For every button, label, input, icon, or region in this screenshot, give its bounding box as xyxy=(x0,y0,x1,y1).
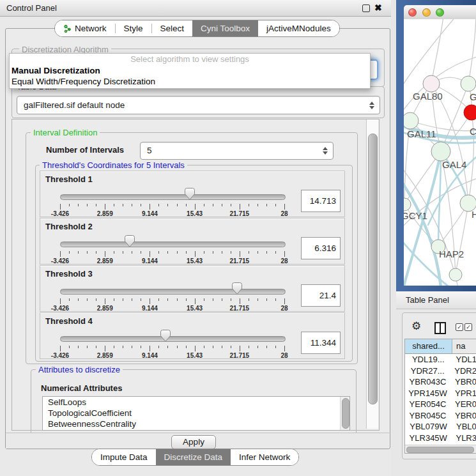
checked-checkbox-icon[interactable]: ✓ xyxy=(464,323,472,331)
list-scrollbar-thumb[interactable] xyxy=(342,398,349,429)
network-node-gal80[interactable] xyxy=(423,75,440,92)
apply-button[interactable]: Apply xyxy=(171,435,216,449)
cell-name[interactable]: YPR1 xyxy=(451,388,476,399)
table-panel-header: Table Panel xyxy=(396,291,476,309)
combo-stepper-icon xyxy=(369,102,374,109)
cell-shared-name[interactable]: YDL19... xyxy=(405,354,452,365)
dropdown-item-equal-width-frequency-discretization[interactable]: Equal Width/Frequency Discretization xyxy=(10,76,370,87)
dropdown-placeholder-item[interactable]: Select algorithm to view settings xyxy=(10,54,370,65)
slider-track[interactable] xyxy=(60,289,286,295)
table-row[interactable]: YLR345WYLR3 xyxy=(405,433,476,444)
table-row[interactable]: YDL19...YDL1 xyxy=(405,354,476,365)
table-row[interactable]: YPR145WYPR1 xyxy=(405,388,476,399)
attribute-list-item[interactable]: SelfLoops xyxy=(43,397,349,408)
table-row[interactable]: YDR27...YDR2 xyxy=(405,365,476,377)
tab-cyni-toolbox[interactable]: Cyni Toolbox xyxy=(192,20,258,36)
panel-scrollbar-thumb[interactable] xyxy=(368,134,378,404)
list-scrollbar[interactable] xyxy=(340,397,349,430)
bottom-tab-impute-data[interactable]: Impute Data xyxy=(92,449,156,465)
slider-track[interactable] xyxy=(60,194,286,200)
attribute-list-item[interactable]: TopologicalCoefficient xyxy=(43,408,349,418)
network-node-gcy1[interactable] xyxy=(404,198,411,211)
network-window-titlebar xyxy=(404,5,476,20)
slider-tick-labels: -3.4262.8599.14415.4321.71528 xyxy=(60,257,284,265)
tab-label: Cyni Toolbox xyxy=(201,20,250,36)
table-row[interactable]: YER054CYER0 xyxy=(405,399,476,410)
cell-name[interactable]: YBR0 xyxy=(451,410,476,422)
slider-thumb[interactable] xyxy=(185,188,195,200)
panel-scrollbar[interactable] xyxy=(366,119,378,429)
threshold-value-field[interactable]: 11.344 xyxy=(301,332,341,354)
slider-ticks xyxy=(60,204,284,210)
checked-checkbox-icon[interactable]: ✓ xyxy=(456,323,463,331)
network-node-c[interactable] xyxy=(464,105,476,120)
tab-style[interactable]: Style xyxy=(116,20,151,36)
network-canvas[interactable]: GAL80G.CGAL11GAL4GCY1HHAP2 xyxy=(404,19,476,286)
cell-name[interactable]: YBL0 xyxy=(452,421,476,433)
attribute-list-item[interactable]: BetweennessCentrality xyxy=(43,418,349,429)
float-window-icon[interactable] xyxy=(362,4,370,12)
cell-shared-name[interactable]: YPR145W xyxy=(405,388,451,399)
cell-name[interactable]: YDL1 xyxy=(452,354,476,365)
tab-label: Impute Data xyxy=(100,449,148,465)
cell-shared-name[interactable]: YBR045C xyxy=(405,410,451,422)
network-node-g[interactable] xyxy=(461,76,476,91)
bottom-tab-discretize-data[interactable]: Discretize Data xyxy=(156,449,231,465)
number-of-intervals-combobox[interactable]: 5 xyxy=(140,142,334,160)
cell-shared-name[interactable]: YBR043C xyxy=(405,376,451,388)
node-label: GCY1 xyxy=(404,210,427,221)
cell-shared-name[interactable]: YLR345W xyxy=(405,433,452,444)
slider-thumb[interactable] xyxy=(125,235,135,247)
tab-network[interactable]: Network xyxy=(55,20,115,36)
threshold-value-field[interactable]: 14.713 xyxy=(301,190,341,212)
interval-definition-title: Interval Definition xyxy=(31,128,100,137)
threshold-value-field[interactable]: 6.316 xyxy=(301,237,341,259)
algorithm-dropdown-popup: Select algorithm to view settings Manual… xyxy=(9,53,371,89)
cell-shared-name[interactable]: YER054C xyxy=(405,399,451,410)
tab-jactivemnodules[interactable]: jActiveMNodules xyxy=(258,20,339,36)
slider-thumb[interactable] xyxy=(232,282,242,295)
tab-select[interactable]: Select xyxy=(152,20,193,36)
network-node-gal4[interactable] xyxy=(431,142,450,161)
dropdown-item-manual-discretization[interactable]: Manual Discretization xyxy=(10,65,370,76)
screenshot-stage: Control Panel ✖ NetworkStyleSelectCyni T… xyxy=(0,0,476,476)
column-header-name[interactable]: na xyxy=(452,339,476,353)
node-label: GAL11 xyxy=(407,128,436,139)
table-data-combobox[interactable]: galFiltered.sif default node xyxy=(17,96,380,114)
tab-label: Network xyxy=(75,20,107,36)
numerical-attributes-list[interactable]: SelfLoopsTopologicalCoefficientBetweenne… xyxy=(42,396,350,431)
threshold-value-field[interactable]: 21.4 xyxy=(301,284,341,307)
table-row[interactable]: YBR043CYBR0 xyxy=(405,376,476,388)
cell-shared-name[interactable]: YDR27... xyxy=(405,365,450,377)
table-horizontal-scrollbar[interactable] xyxy=(405,445,476,453)
mac-zoom-button[interactable] xyxy=(436,8,444,17)
slider-ticks xyxy=(60,251,284,257)
cell-name[interactable]: YBR0 xyxy=(451,376,476,388)
split-panel-icon[interactable] xyxy=(434,322,446,334)
node-attribute-table[interactable]: shared... na YDL19...YDL1YDR27...YDR2YBR… xyxy=(404,339,476,454)
mac-close-button[interactable] xyxy=(408,8,417,17)
threshold-label: Threshold 4 xyxy=(45,316,93,326)
number-of-intervals-value: 5 xyxy=(147,146,152,155)
slider-track[interactable] xyxy=(60,336,286,342)
close-icon[interactable]: ✖ xyxy=(374,3,382,13)
network-node[interactable] xyxy=(449,268,462,281)
table-row[interactable]: YBL079WYBL0 xyxy=(405,421,476,433)
gear-icon[interactable]: ⚙ xyxy=(411,319,421,333)
table-scrollbar-thumb[interactable] xyxy=(406,447,474,453)
cell-name[interactable]: YDR2 xyxy=(450,365,476,377)
cell-name[interactable]: YLR3 xyxy=(452,433,476,444)
slider-thumb[interactable] xyxy=(160,330,171,342)
threshold-1-panel: Threshold 1-3.4262.8599.14415.4321.71528… xyxy=(40,171,345,217)
combo-stepper-icon xyxy=(323,147,328,155)
cell-shared-name[interactable]: YBL079W xyxy=(405,421,452,433)
bottom-tab-infer-network[interactable]: Infer Network xyxy=(231,449,298,465)
slider-track[interactable] xyxy=(60,242,286,247)
cell-name[interactable]: YER0 xyxy=(451,399,476,410)
mac-minimize-button[interactable] xyxy=(422,8,431,17)
panel-title: Control Panel xyxy=(6,3,57,13)
column-header-shared-name[interactable]: shared... xyxy=(405,339,452,353)
table-row[interactable]: YBR045CYBR0 xyxy=(405,410,476,422)
network-node-gal11[interactable] xyxy=(404,112,418,129)
number-of-intervals-label: Number of Intervals xyxy=(46,145,124,155)
